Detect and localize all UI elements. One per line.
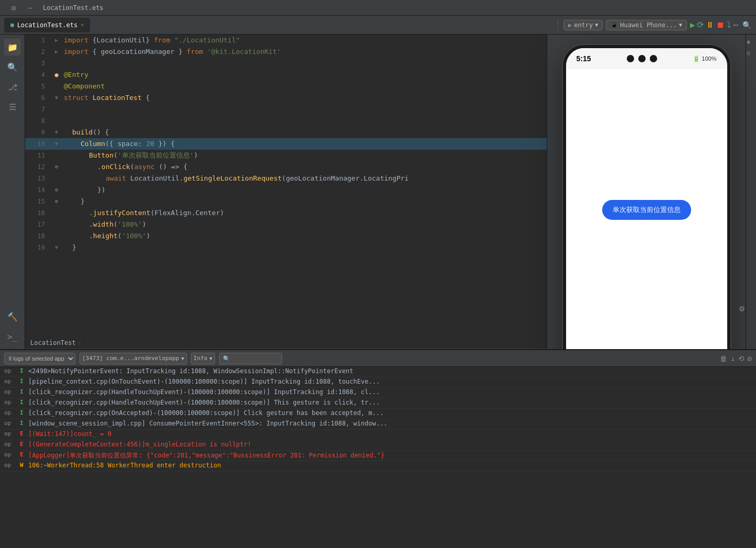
toolbar: ■ LocationTest.ets × ▶ entry ▼ 📱 Huawei … [0,16,756,35]
left-sidebar: 📁 🔍 ⎇ ☰ 🔨 >_ [0,35,25,349]
breadcrumb-sep: › [78,339,82,346]
bottom-panel: ll logs of selected app [3473] com.e...a… [0,349,756,548]
line-num-4: 4 [25,69,51,81]
sidebar-icon-project[interactable]: 📁 [4,39,21,55]
code-line-16[interactable]: 16 .justifyContent(FlexAlign.Center) [25,207,547,219]
preview-settings-icon[interactable]: ⚙ [739,304,744,314]
toolbar-separator [558,20,558,30]
code-line-1[interactable]: 1 ▶ import {LocationUtil} from "./Locati… [25,35,547,46]
battery-icon: 🔋 100% [693,55,716,62]
sidebar-icon-build[interactable]: 🔨 [4,308,21,325]
process-select[interactable]: [3473] com.e...arndevelopapp ▼ [80,353,187,364]
line-num-19: 19 [25,242,51,253]
log-tag-4: op [4,399,20,406]
line-content-15: } [62,196,547,207]
code-line-15[interactable]: 15 ⊕ } [25,196,547,207]
deploy-btn[interactable]: ⤵ [727,20,731,30]
code-line-6[interactable]: 6 ▼ struct LocationTest { [25,92,547,104]
log-filter-select[interactable]: ll logs of selected app [4,353,75,364]
code-editor[interactable]: 1 ▶ import {LocationUtil} from "./Locati… [25,35,547,337]
sidebar-icon-vcs[interactable]: ⎇ [4,79,21,95]
search-toolbar-icon[interactable]: 🔍 [741,20,752,30]
code-line-14[interactable]: 14 ⊕ }) [25,184,547,196]
line-num-10: 10 [25,138,51,150]
breadcrumb-locationtest[interactable]: LocationTest [30,339,76,346]
code-line-19[interactable]: 19 ▼ } [25,242,547,253]
code-line-2[interactable]: 2 ▶ import { geoLocationManager } from '… [25,46,547,58]
bottom-toolbar: ll logs of selected app [3473] com.e...a… [0,350,756,367]
line-content-13: await LocationUtil.getSingleLocationRequ… [62,173,547,184]
phone-location-btn[interactable]: 单次获取当前位置信息 [602,200,691,220]
settings-icon[interactable]: ⚙ [5,0,22,16]
right-sidebar: ◉ ⊡ [746,35,756,349]
sidebar-icon-structure[interactable]: ☰ [4,98,21,115]
code-line-13[interactable]: 13 await LocationUtil.getSingleLocationR… [25,173,547,184]
fold-icon-19[interactable]: ▼ [55,242,58,253]
fold-icon-2[interactable]: ▶ [55,46,58,58]
minus-icon[interactable]: − [22,0,39,16]
code-line-18[interactable]: 18 .height('100%') [25,230,547,242]
fold-icon-9[interactable]: ▼ [55,127,58,138]
code-lines: 1 ▶ import {LocationUtil} from "./Locati… [25,35,547,253]
fold-icon-10[interactable]: ▼ [55,138,58,150]
more-btn[interactable]: ⋯ [733,20,738,30]
gutter-6: ▼ [51,92,62,104]
code-line-3[interactable]: 3 [25,58,547,69]
code-line-7[interactable]: 7 [25,104,547,115]
scroll-log-icon[interactable]: ↓ [730,354,735,363]
log-msg-5: [click_recognizer.cpp(OnAccepted)-(10000… [28,409,752,417]
gutter-2: ▶ [51,46,62,58]
code-line-8[interactable]: 8 [25,115,547,127]
log-area[interactable]: op I <2498>NotifyPointerEvent: InputTrac… [0,367,756,548]
settings-log-icon[interactable]: ⚙ [748,354,752,363]
log-tag-9: op [4,451,20,458]
right-sidebar-icon-2[interactable]: ⊡ [747,50,755,59]
line-content-4: @Entry [62,69,547,81]
entry-dropdown[interactable]: ▶ entry ▼ [563,20,603,30]
phone-time: 5:15 [577,54,591,63]
main-content: 📁 🔍 ⎇ ☰ 🔨 >_ 1 ▶ import {LocationUtil} f… [0,35,756,349]
log-level-select[interactable]: Info ▼ [191,353,215,364]
log-msg-9: [AppLogger]单次获取当前位置信异常: {"code":201,"mes… [28,451,752,460]
pause-btn[interactable]: ⏸ [706,20,714,30]
code-line-9[interactable]: 9 ▼ build() { [25,127,547,138]
line-num-2: 2 [25,46,51,58]
line-num-7: 7 [25,104,51,115]
log-entry-9: op E [AppLogger]单次获取当前位置信异常: {"code":201… [0,451,756,461]
title-bar-title: LocationTest.ets [43,4,104,12]
clear-log-icon[interactable]: 🗑 [720,354,727,363]
camera-dot-3 [650,55,657,62]
phone-screen: 单次获取当前位置信息 [566,69,727,349]
sidebar-icon-search[interactable]: 🔍 [4,59,21,75]
fold-icon-1[interactable]: ▶ [55,35,58,46]
run-btn[interactable]: ▶ [690,20,695,30]
log-search-input[interactable] [219,353,282,364]
line-num-6: 6 [25,92,51,104]
log-entry-2: op I [pipeline_context.cpp(OnTouchEvent)… [0,377,756,388]
fold-icon-6[interactable]: ▼ [55,92,58,104]
log-level-10: W [20,462,28,468]
line-num-14: 14 [25,184,51,196]
line-num-9: 9 [25,127,51,138]
line-num-5: 5 [25,81,51,92]
sidebar-icon-terminal[interactable]: >_ [4,328,21,345]
phone-container: 5:15 🔋 100% 单次获取当前位置信息 [547,35,746,349]
line-content-19: } [62,242,547,253]
log-tag-2: op [4,378,20,385]
gutter-12: ⊕ [51,161,62,173]
tab-close-btn[interactable]: × [81,22,84,28]
code-line-17[interactable]: 17 .width('100%') [25,219,547,230]
device-dropdown[interactable]: 📱 Huawei Phone... ▼ [606,20,686,30]
active-tab[interactable]: ■ LocationTest.ets × [4,18,90,32]
phone-cameras [627,55,657,62]
code-line-10[interactable]: 10 ▼ Column({ space: 20 }) { [25,138,547,150]
debug-btn[interactable]: ⟳ [697,20,704,30]
code-line-12[interactable]: 12 ⊕ .onClick(async () => { [25,161,547,173]
code-line-11[interactable]: 11 Button('单次获取当前位置信息') [25,150,547,161]
wrap-log-icon[interactable]: ⟲ [738,354,744,363]
stop-btn[interactable]: ⏹ [716,20,725,30]
code-line-4[interactable]: 4 ● @Entry [25,69,547,81]
code-line-5[interactable]: 5 @Component [25,81,547,92]
gutter-9: ▼ [51,127,62,138]
right-sidebar-icon-1[interactable]: ◉ [747,39,755,47]
